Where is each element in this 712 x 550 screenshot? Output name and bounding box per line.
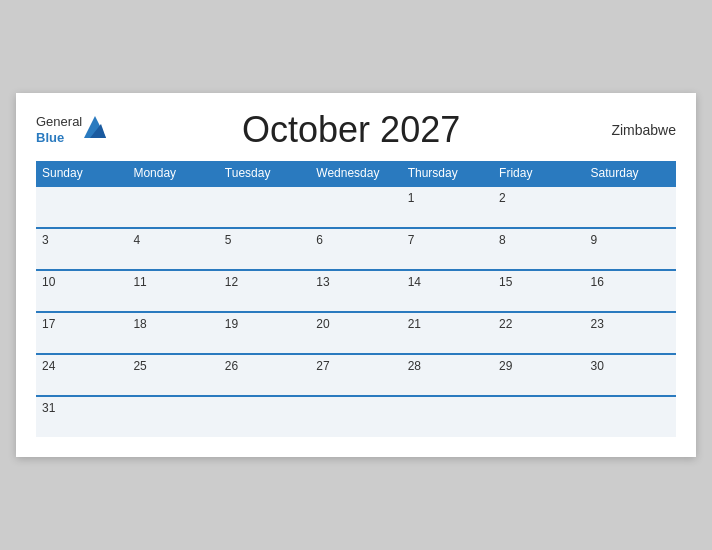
day-cell (402, 396, 493, 437)
day-cell: 5 (219, 228, 310, 270)
day-cell: 30 (585, 354, 676, 396)
day-cell (127, 396, 218, 437)
day-cell: 31 (36, 396, 127, 437)
day-cell: 2 (493, 186, 584, 228)
day-cell: 4 (127, 228, 218, 270)
day-cell (310, 396, 401, 437)
day-cell: 7 (402, 228, 493, 270)
day-cell: 9 (585, 228, 676, 270)
day-header-sunday: Sunday (36, 161, 127, 186)
country-label: Zimbabwe (596, 122, 676, 138)
day-cell: 27 (310, 354, 401, 396)
day-cell: 25 (127, 354, 218, 396)
calendar-table: SundayMondayTuesdayWednesdayThursdayFrid… (36, 161, 676, 437)
day-cell: 14 (402, 270, 493, 312)
day-cell: 12 (219, 270, 310, 312)
logo-general: General (36, 114, 82, 130)
week-row-4: 24252627282930 (36, 354, 676, 396)
day-cell: 15 (493, 270, 584, 312)
day-cell: 18 (127, 312, 218, 354)
week-row-0: 12 (36, 186, 676, 228)
day-cell (127, 186, 218, 228)
week-row-1: 3456789 (36, 228, 676, 270)
day-cell: 8 (493, 228, 584, 270)
calendar-title: October 2027 (106, 109, 596, 151)
logo: General Blue (36, 114, 106, 145)
day-cell: 21 (402, 312, 493, 354)
day-header-tuesday: Tuesday (219, 161, 310, 186)
day-cell: 20 (310, 312, 401, 354)
day-cell: 28 (402, 354, 493, 396)
day-cell (585, 186, 676, 228)
day-cell: 16 (585, 270, 676, 312)
day-cell (585, 396, 676, 437)
day-cell: 13 (310, 270, 401, 312)
day-cell: 11 (127, 270, 218, 312)
week-row-3: 17181920212223 (36, 312, 676, 354)
day-cell: 24 (36, 354, 127, 396)
calendar-header-row: SundayMondayTuesdayWednesdayThursdayFrid… (36, 161, 676, 186)
day-header-wednesday: Wednesday (310, 161, 401, 186)
calendar-header: General Blue October 2027 Zimbabwe (36, 109, 676, 151)
day-cell (219, 396, 310, 437)
calendar: General Blue October 2027 Zimbabwe Sunda… (16, 93, 696, 457)
calendar-body: 1234567891011121314151617181920212223242… (36, 186, 676, 437)
day-cell (493, 396, 584, 437)
day-cell: 17 (36, 312, 127, 354)
week-row-5: 31 (36, 396, 676, 437)
day-cell (36, 186, 127, 228)
day-cell: 3 (36, 228, 127, 270)
logo-blue: Blue (36, 130, 82, 146)
day-cell (219, 186, 310, 228)
day-cell: 29 (493, 354, 584, 396)
day-cell (310, 186, 401, 228)
day-header-thursday: Thursday (402, 161, 493, 186)
day-cell: 26 (219, 354, 310, 396)
day-cell: 1 (402, 186, 493, 228)
week-row-2: 10111213141516 (36, 270, 676, 312)
day-header-saturday: Saturday (585, 161, 676, 186)
day-header-friday: Friday (493, 161, 584, 186)
day-cell: 22 (493, 312, 584, 354)
day-cell: 23 (585, 312, 676, 354)
logo-icon (84, 116, 106, 138)
day-cell: 19 (219, 312, 310, 354)
day-cell: 10 (36, 270, 127, 312)
day-cell: 6 (310, 228, 401, 270)
day-header-monday: Monday (127, 161, 218, 186)
